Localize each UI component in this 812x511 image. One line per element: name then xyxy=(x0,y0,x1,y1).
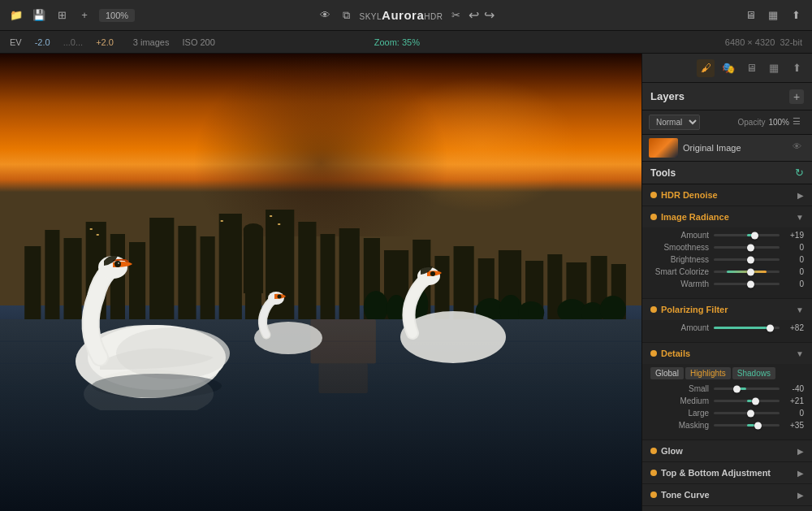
export-icon[interactable]: ⬆ xyxy=(788,7,804,24)
polarizing-amount-row: Amount +82 xyxy=(650,323,804,332)
amount-value: +19 xyxy=(784,231,804,240)
medium-knob[interactable] xyxy=(752,397,759,405)
layer-item[interactable]: Original Image 👁 xyxy=(642,135,812,162)
layers-title: Layers xyxy=(650,90,789,102)
tab-shadows[interactable]: Shadows xyxy=(732,367,775,379)
save-icon[interactable]: 💾 xyxy=(31,7,47,24)
amount-row: Amount +19 xyxy=(650,231,804,240)
warmth-label: Warmth xyxy=(650,279,709,288)
svg-point-65 xyxy=(278,295,282,299)
layers-header: Layers + xyxy=(642,83,812,110)
brightness-track[interactable] xyxy=(714,258,780,261)
polarizing-knob[interactable] xyxy=(767,324,774,331)
redo-icon[interactable]: ↪ xyxy=(484,7,495,23)
glow-title: Glow xyxy=(661,446,794,456)
eye-icon[interactable]: 👁 xyxy=(317,7,334,24)
scissors-icon[interactable]: ✂ xyxy=(447,7,464,24)
hdr-denoise-section: HDR Denoise ▶ xyxy=(642,184,812,206)
tone-curve-section: Tone Curve ▶ xyxy=(642,484,812,506)
blend-mode-select[interactable]: Normal xyxy=(649,115,700,130)
top-bottom-header[interactable]: Top & Bottom Adjustment ▶ xyxy=(642,462,812,483)
amount-track[interactable] xyxy=(714,234,780,236)
grid-icon[interactable]: ⊞ xyxy=(54,7,70,24)
image-radiance-header[interactable]: Image Radiance ▼ xyxy=(642,206,812,227)
layer-visibility-icon[interactable]: 👁 xyxy=(793,141,806,154)
add-icon[interactable]: + xyxy=(76,7,93,24)
glow-header[interactable]: Glow ▶ xyxy=(642,440,812,461)
hdr-denoise-header[interactable]: HDR Denoise ▶ xyxy=(642,184,812,206)
ev-label: EV xyxy=(10,37,22,47)
smart-colorize-knob[interactable] xyxy=(747,268,754,275)
smart-colorize-track[interactable] xyxy=(714,271,780,273)
layer-thumbnail xyxy=(649,138,678,158)
svg-rect-31 xyxy=(270,215,272,217)
masking-knob[interactable] xyxy=(754,422,762,429)
display-icon[interactable]: 🖥 xyxy=(742,59,760,77)
adjustments-panel[interactable]: HDR Denoise ▶ Image Radiance ▼ Amount xyxy=(642,184,812,511)
smoothness-value: 0 xyxy=(784,243,804,252)
tools-title: Tools xyxy=(650,167,795,179)
monitor-icon[interactable]: 🖥 xyxy=(742,7,758,24)
brush-tool-icon[interactable]: 🖌 xyxy=(697,59,715,77)
svg-rect-28 xyxy=(90,228,93,230)
hsl-section: HSL ↻ ▶ xyxy=(642,506,812,511)
folder-icon[interactable]: 📁 xyxy=(8,7,24,24)
svg-point-62 xyxy=(430,271,435,276)
layer-menu-button[interactable]: ☰ xyxy=(793,116,806,129)
warmth-track[interactable] xyxy=(714,283,780,285)
layer-name: Original Image xyxy=(683,143,788,153)
tab-highlights[interactable]: Highlights xyxy=(685,367,731,379)
amount-knob[interactable] xyxy=(751,232,758,239)
glow-section: Glow ▶ xyxy=(642,440,812,462)
small-track[interactable] xyxy=(714,388,780,390)
polarizing-filter-header[interactable]: Polarizing Filter ▼ xyxy=(642,299,812,320)
hsl-header[interactable]: HSL ↻ ▶ xyxy=(642,506,812,511)
canvas-area[interactable] xyxy=(0,54,641,511)
panel-icon[interactable]: ▦ xyxy=(765,7,781,24)
large-knob[interactable] xyxy=(747,409,754,417)
add-layer-button[interactable]: + xyxy=(789,89,804,104)
brightness-value: 0 xyxy=(784,255,804,264)
svg-point-57 xyxy=(118,262,119,264)
tone-curve-header[interactable]: Tone Curve ▶ xyxy=(642,484,812,505)
export-icon[interactable]: ⬆ xyxy=(788,59,806,77)
masking-row: Masking +35 xyxy=(650,421,804,430)
glow-chevron: ▶ xyxy=(797,447,804,456)
tab-global[interactable]: Global xyxy=(650,367,684,379)
compare-icon[interactable]: ⧉ xyxy=(339,7,355,24)
hdr-denoise-chevron: ▶ xyxy=(797,191,804,200)
image-radiance-title: Image Radiance xyxy=(661,212,793,222)
tools-refresh-icon[interactable]: ↻ xyxy=(795,167,804,179)
small-label: Small xyxy=(650,384,709,393)
undo-icon[interactable]: ↩ xyxy=(469,7,479,23)
large-value: 0 xyxy=(784,409,804,418)
photo-canvas xyxy=(0,54,641,511)
details-header[interactable]: Details ▼ xyxy=(642,343,812,364)
zoom-pct[interactable]: 35% xyxy=(402,37,420,47)
amount-label: Amount xyxy=(650,231,709,240)
large-track[interactable] xyxy=(714,412,780,414)
smoothness-track[interactable] xyxy=(714,246,780,249)
smoothness-knob[interactable] xyxy=(747,244,754,251)
medium-row: Medium +21 xyxy=(650,396,804,405)
right-panel: 🖌 🎭 🖥 ▦ ⬆ Layers + Normal Opacity 100% ☰… xyxy=(641,54,812,511)
masking-track[interactable] xyxy=(714,424,780,427)
ev-neg: -2.0 xyxy=(35,37,50,47)
warmth-knob[interactable] xyxy=(747,280,754,288)
small-knob[interactable] xyxy=(733,385,741,392)
polarizing-fill xyxy=(714,327,767,329)
zoom-level[interactable]: 100% xyxy=(99,9,135,22)
polarizing-amount-track[interactable] xyxy=(714,327,780,329)
panels-icon[interactable]: ▦ xyxy=(765,59,783,77)
brightness-knob[interactable] xyxy=(747,256,754,263)
details-section: Details ▼ Global Highlights Shadows Smal… xyxy=(642,343,812,440)
brightness-row: Brightness 0 xyxy=(650,255,804,264)
mask-tool-icon[interactable]: 🎭 xyxy=(719,59,737,77)
smart-colorize-value: 0 xyxy=(784,267,804,276)
opacity-value: 100% xyxy=(768,118,789,127)
glow-dot xyxy=(650,448,657,454)
medium-track[interactable] xyxy=(714,400,780,402)
toolbar-center: 👁 ⧉ SKYLAuroraHDR ✂ ↩ ↪ xyxy=(317,7,495,24)
svg-point-56 xyxy=(114,261,121,267)
polarizing-amount-label: Amount xyxy=(650,323,709,332)
